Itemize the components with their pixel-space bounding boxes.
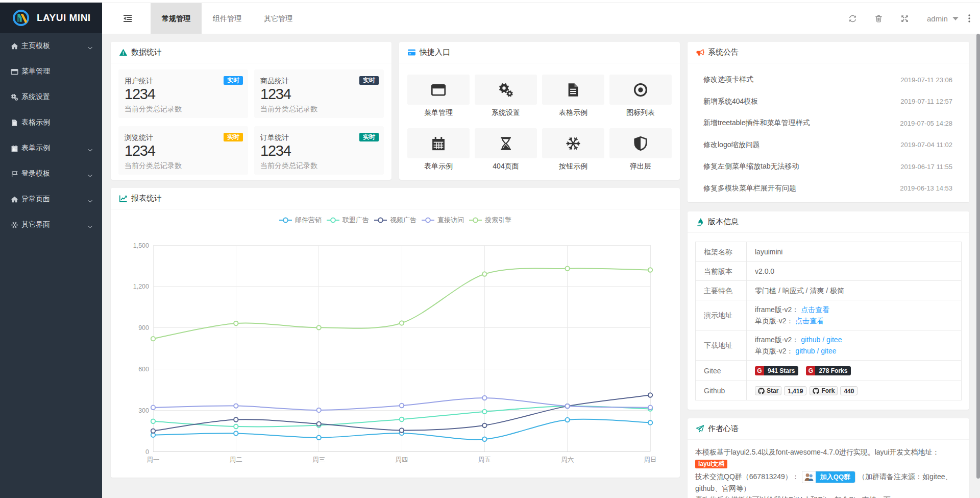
version-row-value: iframe版-v2： github / gitee单页版-v2： github… <box>747 330 962 361</box>
version-row-label: 下载地址 <box>696 330 747 361</box>
github-star-count[interactable]: 1,419 <box>784 386 806 395</box>
stat-badge: 实时 <box>359 133 379 141</box>
sidebar-item-7[interactable]: 其它界面 <box>0 212 102 238</box>
clear-cache-button[interactable] <box>874 3 883 34</box>
quick-grid: 菜单管理系统设置表格示例图标列表表单示例404页面按钮示例弹出层 <box>399 63 680 182</box>
stat-badge: 实时 <box>359 76 379 85</box>
sidebar-item-label: 菜单管理 <box>21 67 50 76</box>
sidebar-item-0[interactable]: 主页模板 <box>0 33 102 59</box>
quick-entry-3[interactable]: 图标列表 <box>609 75 672 116</box>
link-点击查看[interactable]: 点击查看 <box>795 317 824 325</box>
link-gitee[interactable]: gitee <box>826 336 842 344</box>
sidebar-item-label: 表单示例 <box>21 144 50 153</box>
shield-icon <box>633 136 648 151</box>
github-star-button[interactable]: Star <box>755 386 781 395</box>
octocat-icon <box>758 388 765 394</box>
notice-item-1[interactable]: 新增系统404模板2019-07-11 12:57 <box>695 91 962 113</box>
file-text-icon <box>11 119 18 127</box>
sidebar-item-4[interactable]: 表单示例 <box>0 135 102 161</box>
layui-doc-badge[interactable]: layui文档 <box>695 460 727 468</box>
quick-card-title: 快捷入口 <box>420 48 450 57</box>
sidebar-item-label: 登录模板 <box>21 169 50 178</box>
stat-value: 1234 <box>125 87 242 102</box>
tab-0[interactable]: 常规管理 <box>151 3 202 34</box>
gitee-badge[interactable]: G278 Forks <box>806 366 851 375</box>
more-button[interactable] <box>966 3 973 34</box>
notice-date: 2019-07-05 14:28 <box>900 120 952 127</box>
quick-entry-label: 按钮示例 <box>542 162 604 170</box>
version-card-title: 版本信息 <box>708 217 739 227</box>
stat-panel-3: 订单统计实时1234当前分类总记录数 <box>254 126 384 175</box>
home-icon <box>10 195 18 203</box>
version-row-label: Gitee <box>696 361 747 381</box>
version-row-value: Star1,419Fork440 <box>747 381 962 400</box>
sidebar-item-2[interactable]: 系统设置 <box>0 84 102 110</box>
quick-entry-label: 表格示例 <box>542 108 604 116</box>
svg-text:0: 0 <box>145 448 149 456</box>
notice-item-3[interactable]: 修改logo缩放问题2019-07-04 11:02 <box>695 134 962 156</box>
notice-item-4[interactable]: 修复左侧菜单缩放tab无法移动2019-06-17 11:55 <box>695 156 962 178</box>
quick-entry-7[interactable]: 弹出层 <box>609 128 672 170</box>
link-github[interactable]: github <box>795 347 815 355</box>
sidebar-item-1[interactable]: 菜单管理 <box>0 59 102 84</box>
scrollbar-thumb[interactable] <box>976 34 980 479</box>
link-github[interactable]: github <box>801 336 820 344</box>
version-row-value: iframe版-v2： 点击查看单页版-v2： 点击查看 <box>747 300 962 330</box>
sidebar-item-3[interactable]: 表格示例 <box>0 110 102 135</box>
quick-entry-2[interactable]: 表格示例 <box>542 75 604 116</box>
tab-1[interactable]: 组件管理 <box>202 3 253 34</box>
window-icon <box>431 82 446 98</box>
quick-entry-0[interactable]: 菜单管理 <box>407 75 470 116</box>
sidebar-item-6[interactable]: 异常页面 <box>0 186 102 212</box>
version-link-line: 单页版-v2： 点击查看 <box>755 315 957 326</box>
svg-text:1,200: 1,200 <box>133 283 149 290</box>
author-line-1: 本模板基于layui2.5.4以及font-awesome-4.7.0进行实现。… <box>695 446 962 458</box>
stats-card: 数据统计 用户统计实时1234当前分类总记录数商品统计实时1234当前分类总记录… <box>111 42 391 180</box>
tab-2[interactable]: 其它管理 <box>253 3 304 34</box>
github-fork-count[interactable]: 440 <box>840 386 857 395</box>
quick-entry-1[interactable]: 系统设置 <box>475 75 537 116</box>
gitee-badge[interactable]: G941 Stars <box>755 366 798 375</box>
notice-item-0[interactable]: 修改选项卡样式2019-07-11 23:06 <box>695 69 962 91</box>
file-text-icon <box>566 82 581 98</box>
stat-value: 1234 <box>260 87 378 102</box>
sidebar-item-label: 表格示例 <box>21 118 50 127</box>
notice-text: 修复左侧菜单缩放tab无法移动 <box>703 162 799 171</box>
join-qq-button[interactable]: 加入QQ群 <box>802 471 855 483</box>
version-row-2: 主要特色零门槛 / 响应式 / 清爽 / 极简 <box>696 281 962 300</box>
window-icon <box>10 67 18 76</box>
version-link-line: iframe版-v2： github / gitee <box>755 334 957 345</box>
stats-grid: 用户统计实时1234当前分类总记录数商品统计实时1234当前分类总记录数浏览统计… <box>111 63 391 175</box>
github-button-group: Fork440 <box>810 386 857 395</box>
home-icon <box>11 42 18 50</box>
caret-down-icon <box>952 17 959 20</box>
version-row-value: 零门槛 / 响应式 / 清爽 / 极简 <box>747 281 962 300</box>
notice-card-title: 系统公告 <box>708 48 739 57</box>
version-row-label: 主要特色 <box>696 281 747 300</box>
author-card-title: 作者心语 <box>708 424 739 434</box>
collapse-menu-button[interactable] <box>124 3 133 34</box>
notice-item-2[interactable]: 新增treetable插件和菜单管理样式2019-07-05 14:28 <box>695 112 962 134</box>
notice-text: 修改logo缩放问题 <box>703 140 760 150</box>
trash-icon <box>874 14 883 23</box>
fullscreen-button[interactable] <box>900 3 909 34</box>
user-menu[interactable]: admin <box>927 3 959 34</box>
github-fork-button[interactable]: Fork <box>810 386 838 395</box>
sidebar-item-5[interactable]: 登录模板 <box>0 161 102 186</box>
quick-entry-5[interactable]: 404页面 <box>475 128 537 170</box>
quick-entry-4[interactable]: 表单示例 <box>407 128 470 170</box>
tab-bar: 常规管理组件管理其它管理 <box>151 3 304 34</box>
gitee-logo-icon: G <box>806 366 815 375</box>
chevron-down-icon <box>87 171 93 177</box>
warning-triangle-icon <box>119 48 128 57</box>
stat-value: 1234 <box>125 144 242 158</box>
link-gitee[interactable]: gitee <box>821 347 836 355</box>
refresh-button[interactable] <box>848 3 857 34</box>
notice-item-5[interactable]: 修复多模块菜单栏展开有问题2019-06-13 14:53 <box>695 178 962 200</box>
link-点击查看[interactable]: 点击查看 <box>801 305 829 314</box>
svg-text:周五: 周五 <box>478 456 491 463</box>
version-card: 版本信息 框架名称layuimini当前版本v2.0.0主要特色零门槛 / 响应… <box>688 211 969 410</box>
svg-text:周日: 周日 <box>644 456 657 463</box>
calendar-icon <box>431 136 446 151</box>
quick-entry-6[interactable]: 按钮示例 <box>542 128 604 170</box>
